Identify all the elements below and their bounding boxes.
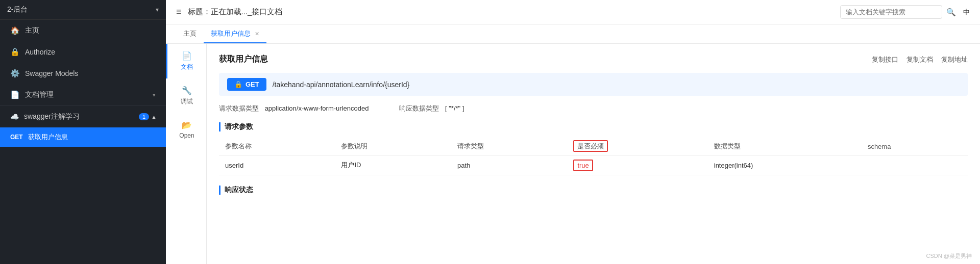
header-title: 标题：正在加载..._接口文档 [188,7,283,17]
sidebar-item-label: Authorize [25,48,55,56]
param-schema [862,155,968,175]
lock-icon: 🔒 [10,47,20,57]
content-sidebar-debug[interactable]: 🔧 调试 [166,78,206,113]
api-title-row: 获取用户信息 复制接口 复制文档 复制地址 [219,54,968,65]
sidebar-nav: 🏠 主页 🔒 Authorize ⚙️ Swagger Models 📄 文档管… [0,20,166,147]
param-desc: 用户ID [335,155,451,175]
chevron-up-icon: ▴ [152,113,156,121]
api-meta: 请求数据类型 application/x-www-form-urlencoded… [219,104,968,113]
sidebar-item-label: Swagger Models [25,69,78,77]
sidebar-item-doc-manage[interactable]: 📄 文档管理 ▾ [0,84,166,105]
sidebar-dropdown[interactable]: 2-后台 ▾ [0,0,166,20]
sidebar-group-right: 1 ▴ [139,113,156,121]
tab-home[interactable]: 主页 [176,25,204,43]
sidebar-item-label: 主页 [25,26,39,35]
method-badge: GET [10,134,23,141]
required-header-highlight: 是否必须 [573,140,608,152]
doc-icon: 📄 [10,90,20,99]
params-section-title: 请求参数 [219,122,968,131]
chevron-down-icon: ▾ [153,92,156,98]
params-table: 参数名称 参数说明 请求类型 是否必须 数据类型 schema userId 用… [219,138,968,175]
tabs-bar: 主页 获取用户信息 ✕ [166,24,980,44]
col-header-type: 请求类型 [451,138,567,155]
api-actions: 复制接口 复制文档 复制地址 [872,55,968,64]
sidebar-item-authorize[interactable]: 🔒 Authorize [0,41,166,63]
tab-close-icon[interactable]: ✕ [255,31,259,37]
tab-get-user-info[interactable]: 获取用户信息 ✕ [204,25,266,43]
col-header-schema: schema [862,138,968,155]
content-sidebar-open[interactable]: 📂 Open [166,113,206,146]
footer-credit: CSDN @菜是男神 [926,252,972,260]
param-type: path [451,155,567,175]
param-required-value: true [573,160,593,171]
param-required-cell: true [567,155,707,175]
content-area: 📄 文档 🔧 调试 📂 Open 获取用户信息 复制接口 复制文档 复制地址 [166,44,980,264]
chevron-down-icon: ▾ [156,6,159,13]
sidebar-group-label: swagger注解学习 [24,112,80,121]
param-datatype: integer(int64) [708,155,862,175]
sidebar-group-header[interactable]: ☁️ swagger注解学习 1 ▴ [0,106,166,127]
sidebar-group-badge: 1 [139,113,149,120]
response-section: 响应状态 [219,186,968,195]
sidebar-item-left: 📄 文档管理 [10,90,54,99]
copy-api-btn[interactable]: 复制接口 [872,55,898,64]
sidebar-dropdown-label: 2-后台 [7,5,28,14]
response-type-label: 响应数据类型 [399,104,439,112]
content-sidebar-open-label: Open [179,132,194,139]
header-search: 🔍 中 [840,5,970,19]
response-type-value: [ "*/*" ] [445,104,464,112]
gear-icon: ⚙️ [10,69,20,78]
lock-small-icon: 🔒 [234,81,242,88]
response-type-group: 响应数据类型 [ "*/*" ] [399,104,464,113]
col-header-desc: 参数说明 [335,138,451,155]
api-title: 获取用户信息 [219,54,268,65]
debug-icon: 🔧 [182,86,192,95]
method-get-badge: 🔒 GET [227,78,266,91]
method-label: GET [246,81,259,88]
header: ≡ 标题：正在加载..._接口文档 🔍 中 [166,0,980,24]
content-sidebar: 📄 文档 🔧 调试 📂 Open [166,44,207,264]
sidebar: 2-后台 ▾ 🏠 主页 🔒 Authorize ⚙️ Swagger Model… [0,0,166,264]
menu-icon[interactable]: ≡ [176,7,182,17]
copy-url-btn[interactable]: 复制地址 [941,55,968,64]
sidebar-item-label: 文档管理 [25,90,54,99]
content-sidebar-doc-label: 文档 [181,63,193,71]
table-row: userId 用户ID path true integer(int64) [219,155,968,175]
api-content: 获取用户信息 复制接口 复制文档 复制地址 🔒 GET /takehand-ap… [207,44,980,264]
response-section-title: 响应状态 [219,186,968,195]
request-type-label: 请求数据类型 [219,104,259,112]
request-type-group: 请求数据类型 application/x-www-form-urlencoded [219,104,369,113]
request-type-value: application/x-www-form-urlencoded [265,104,369,112]
content-sidebar-doc[interactable]: 📄 文档 [166,44,206,78]
api-endpoint: 🔒 GET /takehand-api/annotationLearn/info… [219,73,968,96]
sidebar-group-swagger: ☁️ swagger注解学习 1 ▴ [0,105,166,127]
sidebar-active-item[interactable]: GET 获取用户信息 [0,127,166,147]
col-header-name: 参数名称 [219,138,335,155]
search-input[interactable] [840,5,942,19]
home-icon: 🏠 [10,26,20,35]
main-area: ≡ 标题：正在加载..._接口文档 🔍 中 主页 获取用户信息 ✕ 📄 文档 🔧… [166,0,980,264]
content-sidebar-debug-label: 调试 [181,97,193,106]
sidebar-item-swagger-models[interactable]: ⚙️ Swagger Models [0,63,166,84]
col-header-required: 是否必须 [567,138,707,155]
lang-toggle[interactable]: 中 [963,8,970,17]
doc-sidebar-icon: 📄 [182,51,192,61]
search-icon[interactable]: 🔍 [946,8,956,17]
open-icon: 📂 [182,120,192,130]
sidebar-group-left: ☁️ swagger注解学习 [10,112,80,121]
endpoint-url: /takehand-api/annotationLearn/info/{user… [273,81,410,89]
sidebar-active-item-label: 获取用户信息 [28,133,68,142]
col-header-datatype: 数据类型 [708,138,862,155]
param-name: userId [219,155,335,175]
sidebar-item-home[interactable]: 🏠 主页 [0,20,166,41]
cloud-icon: ☁️ [10,113,19,121]
copy-doc-btn[interactable]: 复制文档 [906,55,933,64]
